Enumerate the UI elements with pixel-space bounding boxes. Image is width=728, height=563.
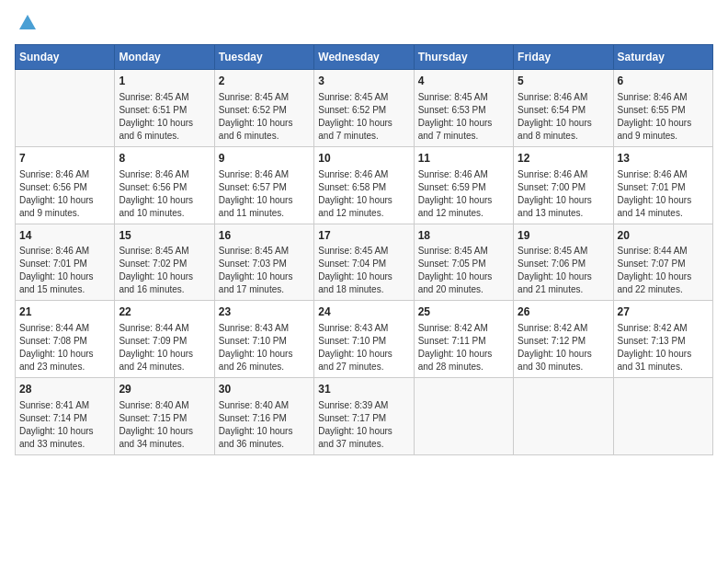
- calendar-cell: 4Sunrise: 8:45 AM Sunset: 6:53 PM Daylig…: [414, 70, 513, 147]
- day-content: Sunrise: 8:40 AM Sunset: 7:15 PM Dayligh…: [119, 399, 210, 451]
- day-number: 4: [418, 74, 509, 89]
- calendar-week-5: 28Sunrise: 8:41 AM Sunset: 7:14 PM Dayli…: [16, 378, 713, 455]
- day-content: Sunrise: 8:40 AM Sunset: 7:16 PM Dayligh…: [219, 399, 310, 451]
- day-number: 1: [119, 74, 210, 89]
- weekday-header-saturday: Saturday: [613, 45, 712, 70]
- day-number: 29: [119, 382, 210, 397]
- day-content: Sunrise: 8:43 AM Sunset: 7:10 PM Dayligh…: [219, 322, 310, 373]
- calendar-cell: 21Sunrise: 8:44 AM Sunset: 7:08 PM Dayli…: [16, 301, 115, 378]
- day-content: Sunrise: 8:46 AM Sunset: 6:59 PM Dayligh…: [418, 168, 509, 220]
- day-number: 15: [119, 228, 210, 244]
- day-content: Sunrise: 8:39 AM Sunset: 7:17 PM Dayligh…: [318, 399, 409, 451]
- calendar-cell: 25Sunrise: 8:42 AM Sunset: 7:11 PM Dayli…: [414, 301, 513, 378]
- day-content: Sunrise: 8:44 AM Sunset: 7:09 PM Dayligh…: [119, 322, 210, 373]
- day-content: Sunrise: 8:41 AM Sunset: 7:14 PM Dayligh…: [19, 399, 110, 451]
- day-content: Sunrise: 8:46 AM Sunset: 6:56 PM Dayligh…: [19, 168, 110, 220]
- day-content: Sunrise: 8:45 AM Sunset: 7:02 PM Dayligh…: [119, 245, 210, 296]
- calendar-cell: 20Sunrise: 8:44 AM Sunset: 7:07 PM Dayli…: [613, 224, 712, 301]
- page-header: [15, 15, 713, 33]
- calendar-week-1: 1Sunrise: 8:45 AM Sunset: 6:51 PM Daylig…: [16, 70, 713, 147]
- weekday-header-sunday: Sunday: [16, 45, 115, 70]
- calendar-cell: 31Sunrise: 8:39 AM Sunset: 7:17 PM Dayli…: [314, 378, 414, 455]
- calendar-cell: 14Sunrise: 8:46 AM Sunset: 7:01 PM Dayli…: [16, 224, 115, 301]
- calendar-cell: 28Sunrise: 8:41 AM Sunset: 7:14 PM Dayli…: [16, 378, 115, 455]
- logo-icon: [17, 13, 38, 33]
- calendar-cell: 17Sunrise: 8:45 AM Sunset: 7:04 PM Dayli…: [314, 224, 414, 301]
- calendar-table: SundayMondayTuesdayWednesdayThursdayFrid…: [15, 44, 713, 455]
- day-content: Sunrise: 8:42 AM Sunset: 7:13 PM Dayligh…: [618, 322, 709, 373]
- weekday-header-friday: Friday: [514, 45, 613, 70]
- day-number: 11: [418, 151, 509, 167]
- day-content: Sunrise: 8:46 AM Sunset: 7:01 PM Dayligh…: [618, 168, 709, 220]
- calendar-cell: 12Sunrise: 8:46 AM Sunset: 7:00 PM Dayli…: [514, 146, 613, 224]
- calendar-cell: 15Sunrise: 8:45 AM Sunset: 7:02 PM Dayli…: [115, 224, 214, 301]
- day-number: 23: [219, 304, 310, 320]
- calendar-cell: 6Sunrise: 8:46 AM Sunset: 6:55 PM Daylig…: [613, 70, 712, 147]
- day-number: 22: [119, 304, 210, 320]
- day-number: 7: [19, 151, 110, 167]
- day-number: 19: [518, 228, 609, 244]
- weekday-header-tuesday: Tuesday: [214, 45, 313, 70]
- calendar-cell: 19Sunrise: 8:45 AM Sunset: 7:06 PM Dayli…: [514, 224, 613, 301]
- day-number: 12: [518, 151, 609, 167]
- day-number: 21: [19, 304, 110, 320]
- weekday-header-thursday: Thursday: [414, 45, 513, 70]
- calendar-cell: 16Sunrise: 8:45 AM Sunset: 7:03 PM Dayli…: [214, 224, 313, 301]
- day-content: Sunrise: 8:45 AM Sunset: 6:53 PM Dayligh…: [418, 91, 509, 143]
- day-content: Sunrise: 8:43 AM Sunset: 7:10 PM Dayligh…: [318, 322, 409, 373]
- day-content: Sunrise: 8:46 AM Sunset: 6:54 PM Dayligh…: [518, 91, 609, 143]
- day-content: Sunrise: 8:45 AM Sunset: 6:51 PM Dayligh…: [119, 91, 210, 143]
- day-number: 28: [19, 382, 110, 397]
- day-content: Sunrise: 8:42 AM Sunset: 7:11 PM Dayligh…: [418, 322, 509, 373]
- weekday-header-wednesday: Wednesday: [314, 45, 414, 70]
- calendar-cell: 24Sunrise: 8:43 AM Sunset: 7:10 PM Dayli…: [314, 301, 414, 378]
- calendar-cell: [414, 378, 513, 455]
- day-number: 18: [418, 228, 509, 244]
- day-number: 14: [19, 228, 110, 244]
- calendar-cell: 18Sunrise: 8:45 AM Sunset: 7:05 PM Dayli…: [414, 224, 513, 301]
- day-number: 31: [318, 382, 409, 397]
- day-number: 24: [318, 304, 409, 320]
- day-number: 6: [618, 74, 709, 89]
- day-content: Sunrise: 8:42 AM Sunset: 7:12 PM Dayligh…: [518, 322, 609, 373]
- calendar-cell: 2Sunrise: 8:45 AM Sunset: 6:52 PM Daylig…: [214, 70, 313, 147]
- weekday-header-row: SundayMondayTuesdayWednesdayThursdayFrid…: [16, 45, 713, 70]
- calendar-cell: 10Sunrise: 8:46 AM Sunset: 6:58 PM Dayli…: [314, 146, 414, 224]
- day-number: 30: [219, 382, 310, 397]
- calendar-cell: [16, 70, 115, 147]
- calendar-week-4: 21Sunrise: 8:44 AM Sunset: 7:08 PM Dayli…: [16, 301, 713, 378]
- day-number: 25: [418, 304, 509, 320]
- day-number: 3: [318, 74, 409, 89]
- calendar-body: 1Sunrise: 8:45 AM Sunset: 6:51 PM Daylig…: [16, 70, 713, 455]
- day-content: Sunrise: 8:46 AM Sunset: 6:55 PM Dayligh…: [618, 91, 709, 143]
- day-content: Sunrise: 8:45 AM Sunset: 7:05 PM Dayligh…: [418, 245, 509, 296]
- weekday-header-monday: Monday: [115, 45, 214, 70]
- day-content: Sunrise: 8:44 AM Sunset: 7:08 PM Dayligh…: [19, 322, 110, 373]
- day-content: Sunrise: 8:45 AM Sunset: 7:06 PM Dayligh…: [518, 245, 609, 296]
- calendar-cell: 3Sunrise: 8:45 AM Sunset: 6:52 PM Daylig…: [314, 70, 414, 147]
- calendar-cell: 27Sunrise: 8:42 AM Sunset: 7:13 PM Dayli…: [613, 301, 712, 378]
- day-content: Sunrise: 8:44 AM Sunset: 7:07 PM Dayligh…: [618, 245, 709, 296]
- day-content: Sunrise: 8:45 AM Sunset: 6:52 PM Dayligh…: [219, 91, 310, 143]
- calendar-cell: [514, 378, 613, 455]
- calendar-cell: 7Sunrise: 8:46 AM Sunset: 6:56 PM Daylig…: [16, 146, 115, 224]
- calendar-cell: 23Sunrise: 8:43 AM Sunset: 7:10 PM Dayli…: [214, 301, 313, 378]
- calendar-week-2: 7Sunrise: 8:46 AM Sunset: 6:56 PM Daylig…: [16, 146, 713, 224]
- day-content: Sunrise: 8:46 AM Sunset: 6:57 PM Dayligh…: [219, 168, 310, 220]
- day-number: 27: [618, 304, 709, 320]
- day-number: 10: [318, 151, 409, 167]
- day-content: Sunrise: 8:45 AM Sunset: 7:03 PM Dayligh…: [219, 245, 310, 296]
- day-number: 16: [219, 228, 310, 244]
- calendar-cell: 1Sunrise: 8:45 AM Sunset: 6:51 PM Daylig…: [115, 70, 214, 147]
- day-content: Sunrise: 8:46 AM Sunset: 7:00 PM Dayligh…: [518, 168, 609, 220]
- calendar-cell: 13Sunrise: 8:46 AM Sunset: 7:01 PM Dayli…: [613, 146, 712, 224]
- day-content: Sunrise: 8:46 AM Sunset: 7:01 PM Dayligh…: [19, 245, 110, 296]
- day-number: 8: [119, 151, 210, 167]
- day-number: 20: [618, 228, 709, 244]
- calendar-cell: 30Sunrise: 8:40 AM Sunset: 7:16 PM Dayli…: [214, 378, 313, 455]
- calendar-cell: 26Sunrise: 8:42 AM Sunset: 7:12 PM Dayli…: [514, 301, 613, 378]
- day-content: Sunrise: 8:46 AM Sunset: 6:58 PM Dayligh…: [318, 168, 409, 220]
- svg-marker-0: [19, 15, 36, 29]
- day-content: Sunrise: 8:46 AM Sunset: 6:56 PM Dayligh…: [119, 168, 210, 220]
- calendar-cell: 29Sunrise: 8:40 AM Sunset: 7:15 PM Dayli…: [115, 378, 214, 455]
